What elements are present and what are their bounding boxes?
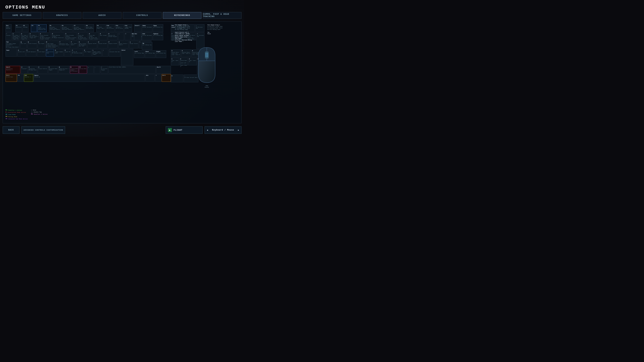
key-4[interactable]: 4 Cycle AttackerTargetsM1 Reset Attacker…: [40, 32, 51, 40]
key-f6[interactable]: F6 IncreaseShield Power(Decrease Others): [61, 24, 72, 32]
key-3[interactable]: 3 Pin Index 1M1 Pin Index 3Toggle Pin: [29, 32, 39, 40]
key-backtick[interactable]: ~ Console: [6, 32, 12, 40]
key-f3[interactable]: F3: [31, 24, 37, 32]
key-home[interactable]: Home AC Def Increase: [142, 24, 152, 32]
key-5[interactable]: 5 Cycle HostileTargetsM1 Repeat Selectio…: [52, 32, 64, 40]
key-r[interactable]: R Flight ReadiCircle SelectionM1 Repeat …: [46, 41, 58, 48]
key-l[interactable]: L Toggle LightsM1 Toggle LockToggle: [92, 49, 102, 57]
key-shift-r[interactable]: Shift: [156, 66, 171, 73]
key-f12[interactable]: F12 Toggle ChatWindow: [124, 24, 132, 32]
key-semicolon[interactable]: ;: [102, 49, 108, 57]
key-6[interactable]: 6 Cycle FriendlyTargetsM1 Target Friendl…: [65, 32, 77, 40]
key-m[interactable]: M Mining Mode: [79, 66, 87, 73]
key-esc[interactable]: Esc Focus /Options: [6, 24, 12, 32]
key-v[interactable]: V Decoupled ModeToggle: [48, 66, 58, 73]
key-period[interactable]: .: [94, 66, 100, 73]
key-f10[interactable]: F10 Increase2D UI Cursor: [106, 24, 114, 32]
key-j[interactable]: J Cycle CMM1 Jettison Cargo: [72, 49, 83, 57]
key-7[interactable]: 7 Cycle AllTargetsM1 Target AllTargets C…: [78, 32, 88, 40]
key-f7[interactable]: F7 IncreaseWeapon Power(Decrease Others): [73, 24, 85, 32]
key-equals[interactable]: =: [124, 32, 131, 40]
yaw-pitch-label: YawPitch: [175, 85, 239, 88]
key-quote[interactable]: ' Activate Chat Box: [109, 49, 120, 57]
key-i[interactable]: I Engines On/Off: [88, 41, 97, 48]
key-ctrl-l[interactable]: Ctrl Strafe Down: [6, 74, 17, 82]
key-del[interactable]: Del: [134, 32, 142, 40]
key-insert[interactable]: Insert: [134, 24, 142, 32]
key-s[interactable]: S Strafe Backward: [26, 49, 36, 57]
key-f11[interactable]: F11 Contacts /2D UI Cursor: [115, 24, 124, 32]
key-alt-l[interactable]: Alt Modifier 1: [24, 74, 33, 82]
key-space[interactable]: Space Strafe Up: [34, 74, 145, 82]
key-shift-l[interactable]: Shift AfterburnerModifier 2: [6, 66, 20, 73]
key-fn[interactable]: Fn: [18, 74, 24, 82]
key-pgdn[interactable]: Pgdown AC Z Offset Neg: [153, 32, 163, 40]
key-f8[interactable]: F8 Reset PowerDistribution: [85, 24, 94, 32]
key-left[interactable]: Left AC X Offset Neg: [134, 50, 144, 58]
key-k[interactable]: K VTOL Toggle: [84, 49, 92, 57]
key-h[interactable]: H Launch CM: [64, 49, 71, 57]
key-right[interactable]: Right AC X Offset Pos: [156, 50, 166, 58]
key-q[interactable]: Q Roll Left: [20, 41, 27, 48]
key-ctrl-r[interactable]: Ctrl: [162, 74, 171, 82]
key-bracket-l[interactable]: [ Reject Invite /Ignore*: [118, 41, 129, 48]
tab-audio[interactable]: AUDIO: [83, 12, 122, 19]
page-title: OPTIONS MENU: [5, 5, 45, 10]
key-2[interactable]: 2 Pin Index 1Toggle LockPin Index 2Toggl…: [21, 32, 29, 40]
key-caps[interactable]: Caps: [6, 49, 17, 57]
key-f1[interactable]: F1 Mobiliize: [15, 24, 22, 32]
flight-button[interactable]: ▶ FLIGHT: [166, 126, 202, 134]
key-f4[interactable]: F4 CycleCamera View /Advanced Cam*: [38, 24, 46, 32]
prev-arrow-icon[interactable]: ◀: [207, 129, 208, 131]
key-9[interactable]: 9 Roll Target: [99, 32, 107, 40]
tab-game-settings[interactable]: GAME SETTINGS: [3, 12, 42, 19]
key-8[interactable]: 8 Cycle Sub-TargetM1 Target Sub-Targets …: [88, 32, 99, 40]
key-slash[interactable]: / AI TurretsToggle: [100, 66, 108, 73]
key-e[interactable]: E Roll Right: [38, 41, 45, 48]
key-u[interactable]: U Power On/OffM0 EmergencyEdit Self: [78, 41, 87, 48]
key-0[interactable]: 0 Rations AllPinned Targets: [108, 32, 118, 40]
key-down[interactable]: Down AC Y Offset Neg: [145, 50, 155, 58]
key-enter[interactable]: Enter: [121, 49, 133, 65]
key-c[interactable]: C Cruise Control: [38, 66, 48, 73]
tab-keybindings[interactable]: KEYBINDINGS: [163, 12, 202, 19]
key-comma[interactable]: ,: [88, 66, 94, 73]
keyboard-mouse-button[interactable]: ◀ Keyboard / Mouse ▶: [204, 126, 242, 134]
advanced-button[interactable]: ADVANCED CONTROLS CUSTOMIZATION: [22, 126, 65, 134]
tab-controls[interactable]: CONTROLS: [123, 12, 162, 19]
key-p[interactable]: P Weapons On/Off: [108, 41, 118, 48]
key-1[interactable]: 1 Pin Index 1Toggle LockPin Index 1Toggl…: [12, 32, 20, 40]
key-d[interactable]: D Strafe Right: [37, 49, 46, 57]
key-end[interactable]: End AC Def Decrease: [142, 32, 152, 40]
key-t[interactable]: T Ballistic LockM1 Unlock Target: [59, 41, 70, 48]
key-f2[interactable]: F2 StarMap: [22, 24, 28, 32]
key-pgup[interactable]: Pgup AC Z Offset Pos: [153, 24, 163, 32]
key-up[interactable]: Up AC Y Offset Pos: [142, 42, 152, 50]
key-menu[interactable]: ≡: [155, 74, 161, 82]
key-b[interactable]: B Speed QT Drive /Engage QT*: [58, 66, 70, 73]
key-o[interactable]: O Shields On/Off: [98, 41, 107, 48]
mouse-binding-right-col: Fire Weapon Group 2 SC Retickle Target S…: [208, 24, 239, 30]
mouse-bind-1: Fire Weapon Group 1 SC Retickle Target S…: [175, 24, 206, 30]
key-n[interactable]: N Landing ModeToggle /M1 Autoland*: [70, 66, 78, 73]
key-x[interactable]: X SpacebrakeM1 Wipe Visor: [28, 66, 37, 73]
back-button[interactable]: BACK: [3, 126, 20, 134]
key-a[interactable]: A Strafe Left: [18, 49, 26, 57]
legend-ac: AC Advanced Cam Mode Active: [6, 118, 28, 120]
key-w[interactable]: W Strafe Forward: [27, 41, 37, 48]
key-noname[interactable]: Cycle Mouse Aim Mode (HOMAS): [108, 66, 156, 73]
tab-comms[interactable]: COMMS, FOIP & HEAD TRACKING: [203, 12, 242, 19]
key-tab[interactable]: Tab Scan Mode ToggleScoreboard*P.I.TM1 F…: [6, 41, 20, 48]
key-g[interactable]: G Toggle GimbalLock: [54, 49, 64, 57]
key-z[interactable]: Z Freelook*: [21, 66, 28, 73]
key-alt-r[interactable]: Alt: [146, 74, 155, 82]
mouse-bind-3: Aspire Missile Lock SLaunch Missile* (D0…: [175, 32, 206, 42]
key-y[interactable]: Y Exit Seat/Eject*: [70, 41, 78, 48]
key-f5[interactable]: F5 IncreaseEngine Power(Increase Others): [49, 24, 60, 32]
legend-hold: • Hold: [31, 109, 48, 111]
key-minus[interactable]: -: [118, 32, 124, 40]
key-f[interactable]: F InteractionMode: [46, 49, 54, 57]
key-f9[interactable]: F9 DecreasePower / Min**: [96, 24, 106, 32]
tab-graphics[interactable]: GRAPHICS: [43, 12, 82, 19]
next-arrow-icon[interactable]: ▶: [238, 129, 239, 131]
